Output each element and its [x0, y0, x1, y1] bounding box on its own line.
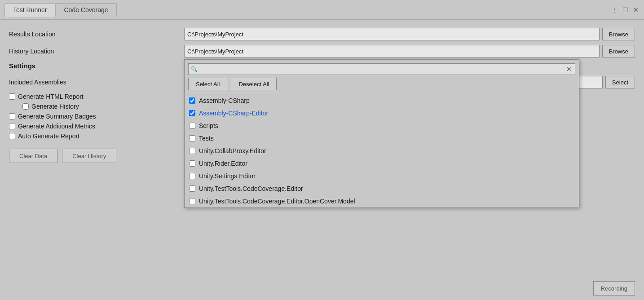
list-item[interactable]: Tests: [185, 132, 579, 145]
tab-code-coverage[interactable]: Code Coverage: [55, 3, 116, 17]
generate-summary-badges-checkbox[interactable]: [9, 113, 15, 119]
assembly-checkbox-assembly-csharp[interactable]: [189, 97, 195, 104]
close-icon[interactable]: ✕: [632, 6, 640, 13]
clear-search-button[interactable]: ✕: [565, 66, 573, 73]
dropdown-search-input[interactable]: [188, 63, 575, 75]
list-item[interactable]: Assembly-CSharp: [185, 94, 579, 107]
list-item[interactable]: Unity.Settings.Editor: [185, 170, 579, 182]
generate-html-report-label[interactable]: Generate HTML Report: [9, 93, 84, 100]
clear-history-button[interactable]: Clear History: [62, 149, 116, 163]
select-all-button[interactable]: Select All: [188, 78, 227, 90]
auto-generate-report-checkbox[interactable]: [9, 133, 15, 139]
recording-button[interactable]: Recording: [593, 281, 635, 296]
list-item[interactable]: Unity.TestTools.CodeCoverage.Editor: [185, 182, 579, 195]
assemblies-list[interactable]: Assembly-CSharpAssembly-CSharp-EditorScr…: [185, 94, 579, 207]
list-item[interactable]: Unity.CollabProxy.Editor: [185, 145, 579, 157]
assembly-checkbox-scripts[interactable]: [189, 123, 195, 129]
history-location-input[interactable]: [184, 45, 600, 57]
generate-html-report-checkbox[interactable]: [9, 93, 15, 100]
deselect-all-button[interactable]: Deselect All: [231, 78, 277, 90]
results-location-input[interactable]: [184, 28, 600, 40]
assembly-checkbox-assembly-csharp-editor[interactable]: [189, 110, 195, 116]
assembly-checkbox-tests[interactable]: [189, 135, 195, 141]
assembly-checkbox-unity-settings-editor[interactable]: [189, 173, 195, 179]
auto-generate-report-label[interactable]: Auto Generate Report: [9, 132, 79, 140]
assembly-checkbox-unity-testtools-codecoverage-editor-opencover-model[interactable]: [189, 198, 195, 204]
dropdown-search-row: 🔍 ✕: [185, 60, 579, 78]
menu-icon[interactable]: ⋮: [611, 6, 618, 13]
main-window: Test Runner Code Coverage ⋮ ☐ ✕ Results …: [0, 0, 644, 300]
assembly-checkbox-unity-rider-editor[interactable]: [189, 160, 195, 167]
generate-additional-metrics-checkbox[interactable]: [9, 123, 15, 129]
assemblies-dropdown: 🔍 ✕ Select All Deselect All Assembly-CSh…: [184, 59, 579, 208]
assembly-checkbox-unity-collab-proxy-editor[interactable]: [189, 148, 195, 154]
history-location-label: History Location: [9, 48, 184, 55]
maximize-icon[interactable]: ☐: [622, 6, 629, 13]
list-item[interactable]: Assembly-CSharp-Editor: [185, 107, 579, 119]
search-wrap: 🔍 ✕: [188, 63, 575, 75]
generate-history-checkbox[interactable]: [22, 103, 29, 110]
generate-history-label[interactable]: Generate History: [22, 103, 79, 110]
right-panel: Recording: [584, 277, 644, 300]
tab-test-runner[interactable]: Test Runner: [4, 3, 55, 17]
content-area: Results Location Browse History Location…: [0, 20, 644, 300]
history-browse-button[interactable]: Browse: [602, 45, 635, 57]
results-location-row: Results Location Browse: [9, 28, 635, 40]
tab-bar: Test Runner Code Coverage: [4, 3, 117, 17]
list-item[interactable]: Unity.TestTools.CodeCoverage.Editor.Open…: [185, 195, 579, 207]
generate-additional-metrics-label[interactable]: Generate Additional Metrics: [9, 123, 95, 130]
list-item[interactable]: Unity.Rider.Editor: [185, 157, 579, 170]
title-bar: Test Runner Code Coverage ⋮ ☐ ✕: [0, 0, 644, 20]
included-assemblies-label: Included Assemblies: [9, 79, 184, 86]
dropdown-action-row: Select All Deselect All: [185, 78, 579, 94]
history-location-row: History Location Browse: [9, 45, 635, 57]
clear-data-button[interactable]: Clear Data: [9, 149, 57, 163]
list-item[interactable]: Scripts: [185, 119, 579, 132]
window-controls: ⋮ ☐ ✕: [611, 6, 640, 13]
generate-summary-badges-label[interactable]: Generate Summary Badges: [9, 113, 96, 120]
results-location-label: Results Location: [9, 31, 184, 38]
results-browse-button[interactable]: Browse: [602, 28, 635, 40]
included-assemblies-select-button[interactable]: Select: [605, 76, 635, 88]
assembly-checkbox-unity-testtools-codecoverage-editor[interactable]: [189, 185, 195, 192]
